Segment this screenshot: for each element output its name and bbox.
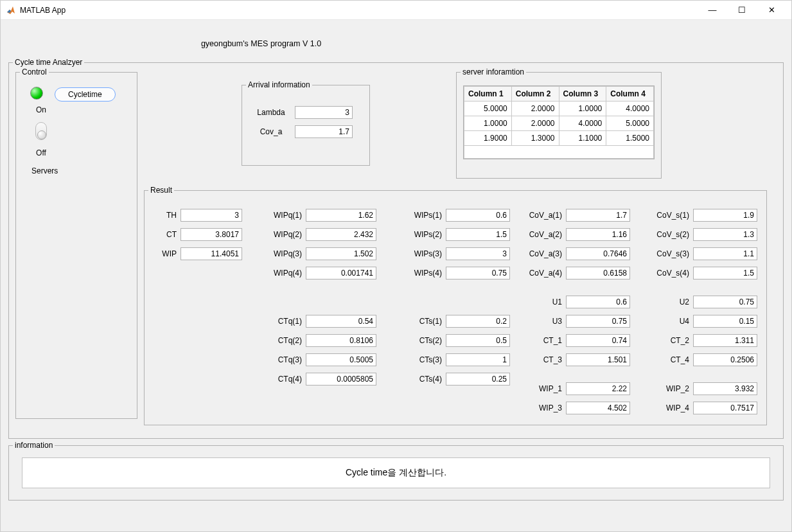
result-value[interactable]: 0.001741 — [306, 267, 376, 279]
cova-label: Cov_a — [252, 127, 290, 136]
result-value[interactable]: 0.75 — [566, 315, 630, 328]
server-legend: server inforamtion — [461, 67, 526, 76]
result-value[interactable]: 3.8017 — [180, 228, 242, 241]
lambda-input[interactable] — [295, 106, 353, 119]
result-label: U2 — [651, 297, 689, 306]
minimize-button[interactable]: — — [698, 1, 727, 20]
result-value[interactable]: 3 — [180, 209, 242, 222]
result-value[interactable]: 0.0005805 — [306, 373, 376, 386]
result-value[interactable]: 1.5 — [446, 228, 510, 241]
maximize-button[interactable]: ☐ — [727, 1, 757, 20]
result-field-wipq3: WIPq(3)1.502 — [267, 247, 376, 260]
result-value[interactable]: 0.75 — [446, 267, 510, 279]
result-field-covs2: CoV_s(2)1.3 — [651, 228, 757, 241]
result-field-wip1: WIP_12.22 — [524, 382, 630, 395]
result-field-u4: U40.15 — [651, 315, 757, 328]
result-label: CTq(3) — [267, 355, 302, 364]
result-label: CT_4 — [651, 355, 689, 364]
result-value[interactable]: 3.932 — [693, 382, 757, 395]
result-value[interactable]: 0.54 — [306, 315, 376, 328]
result-label: WIPs(3) — [407, 249, 442, 258]
info-legend: information — [13, 441, 55, 450]
result-value[interactable]: 1.1 — [693, 247, 757, 260]
result-label: WIP_4 — [651, 403, 689, 412]
col-header[interactable]: Column 3 — [559, 87, 606, 102]
result-value[interactable]: 2.22 — [566, 382, 630, 395]
table-row: 1.0000 2.0000 4.0000 5.0000 — [464, 116, 654, 131]
col-header[interactable]: Column 4 — [606, 87, 654, 102]
result-field-u2: U20.75 — [651, 296, 757, 308]
result-field-ct3: CT_31.501 — [524, 353, 630, 366]
result-field-covs3: CoV_s(3)1.1 — [651, 247, 757, 260]
result-label: CoV_s(3) — [651, 249, 689, 258]
cova-input[interactable] — [295, 125, 353, 138]
result-field-wipq2: WIPq(2)2.432 — [267, 228, 376, 241]
result-field-u1: U10.6 — [524, 296, 630, 308]
result-field-wipq4: WIPq(4)0.001741 — [267, 267, 376, 279]
result-label: CTq(1) — [267, 317, 302, 326]
result-label: CT_1 — [524, 336, 562, 345]
result-value[interactable]: 0.5005 — [306, 353, 376, 366]
result-value[interactable]: 1.9 — [693, 209, 757, 222]
result-label: WIPs(2) — [407, 230, 442, 239]
result-value[interactable]: 1.502 — [306, 247, 376, 260]
titlebar: MATLAB App — ☐ ✕ — [1, 1, 791, 20]
result-value[interactable]: 0.2506 — [693, 353, 757, 366]
result-value[interactable]: 1.501 — [566, 353, 630, 366]
result-label: CoV_a(3) — [524, 249, 562, 258]
result-label: CoV_a(1) — [524, 211, 562, 220]
result-value[interactable]: 0.2 — [446, 315, 510, 328]
result-label: CT_3 — [524, 355, 562, 364]
info-text: Cycle time을 계산합니다. — [22, 457, 770, 488]
result-field-u3: U30.75 — [524, 315, 630, 328]
result-value[interactable]: 3 — [446, 247, 510, 260]
result-value[interactable]: 1.3 — [693, 228, 757, 241]
result-value[interactable]: 11.4051 — [180, 247, 242, 260]
matlab-icon — [6, 5, 16, 15]
arrival-legend: Arrival information — [246, 80, 312, 89]
close-button[interactable]: ✕ — [757, 1, 786, 20]
cycletime-button[interactable]: Cycletime — [55, 87, 116, 102]
result-value[interactable]: 1.311 — [693, 334, 757, 347]
result-field-cova1: CoV_a(1)1.7 — [524, 209, 630, 222]
arrival-group: Arrival information Lambda Cov_a — [242, 85, 370, 166]
result-group: Result TH3CT3.8017WIP11.4051WIPq(1)1.62W… — [144, 190, 767, 425]
result-value[interactable]: 0.6 — [446, 209, 510, 222]
result-value[interactable]: 2.432 — [306, 228, 376, 241]
result-value[interactable]: 0.8106 — [306, 334, 376, 347]
result-value[interactable]: 0.7646 — [566, 247, 630, 260]
result-label: WIP_3 — [524, 403, 562, 412]
result-value[interactable]: 0.25 — [446, 373, 510, 386]
server-table[interactable]: Column 1 Column 2 Column 3 Column 4 5.00… — [464, 86, 654, 159]
result-value[interactable]: 1.16 — [566, 228, 630, 241]
result-label: U3 — [524, 317, 562, 326]
toggle-switch[interactable] — [35, 122, 47, 140]
col-header[interactable]: Column 2 — [511, 87, 559, 102]
result-field-wips1: WIPs(1)0.6 — [407, 209, 510, 222]
result-value[interactable]: 0.74 — [566, 334, 630, 347]
result-value[interactable]: 1 — [446, 353, 510, 366]
result-label: WIP_1 — [524, 384, 562, 393]
lambda-label: Lambda — [252, 108, 290, 117]
result-field-cova4: CoV_a(4)0.6158 — [524, 267, 630, 279]
result-label: CoV_s(4) — [651, 269, 689, 278]
app-window: MATLAB App — ☐ ✕ gyeongbum's MES program… — [0, 0, 792, 532]
result-field-wip3: WIP_34.502 — [524, 402, 630, 414]
result-value[interactable]: 0.5 — [446, 334, 510, 347]
result-value[interactable]: 1.62 — [306, 209, 376, 222]
result-field-ctq1: CTq(1)0.54 — [267, 315, 376, 328]
result-value[interactable]: 0.15 — [693, 315, 757, 328]
result-value[interactable]: 0.7517 — [693, 402, 757, 414]
result-value[interactable]: 1.5 — [693, 267, 757, 279]
result-label: U4 — [651, 317, 689, 326]
result-value[interactable]: 0.6158 — [566, 267, 630, 279]
col-header[interactable]: Column 1 — [464, 87, 512, 102]
result-field-wips3: WIPs(3)3 — [407, 247, 510, 260]
result-label: CoV_s(1) — [651, 211, 689, 220]
result-field-ct1: CT_10.74 — [524, 334, 630, 347]
result-value[interactable]: 4.502 — [566, 402, 630, 414]
result-value[interactable]: 0.6 — [566, 296, 630, 308]
result-value[interactable]: 0.75 — [693, 296, 757, 308]
result-legend: Result — [148, 186, 174, 195]
result-value[interactable]: 1.7 — [566, 209, 630, 222]
